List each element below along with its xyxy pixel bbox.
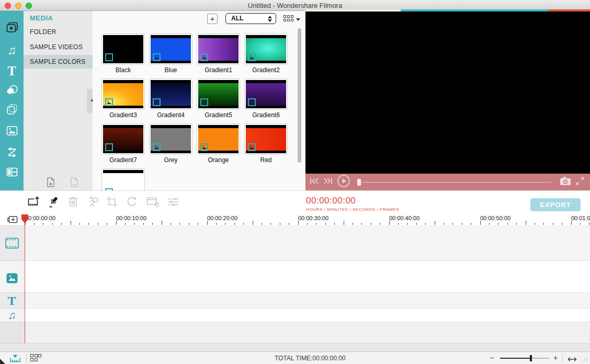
microphone-icon (47, 195, 61, 209)
music-note-icon: ♫ (7, 44, 16, 56)
thumbnail-label: Orange (197, 156, 240, 164)
sidebar-item-audio[interactable]: ♫ (0, 41, 24, 59)
snapshot-button[interactable] (560, 176, 571, 188)
thumbnail-label: Gradient4 (149, 111, 192, 119)
image-badge-icon (153, 143, 161, 151)
import-file-button[interactable] (45, 176, 58, 188)
media-thumbnail[interactable]: Gradient1 (197, 33, 240, 74)
pip-track[interactable] (0, 261, 590, 293)
add-track-icon (7, 215, 18, 224)
sidebar-item-split-screen[interactable] (0, 164, 24, 182)
record-voiceover-button[interactable] (47, 195, 61, 209)
main-sidebar: ♫ T (0, 11, 24, 190)
media-thumbnail[interactable]: Gradient4 (149, 78, 192, 119)
thumbnail-image (101, 78, 145, 110)
sidebar-item-split-toning[interactable] (0, 144, 24, 162)
export-button[interactable]: EXPORT (530, 198, 581, 211)
thumbnail-image (101, 33, 145, 65)
music-track-icon: ♫ (8, 309, 16, 322)
grid-view-icon (283, 15, 293, 21)
remove-file-button[interactable] (69, 176, 81, 188)
timeline-ruler[interactable]: 00:00:00:0000:00:10:0000:00:20:0000:00:3… (24, 214, 590, 225)
text-track-icon: T (7, 294, 16, 308)
sidebar-item-elements[interactable] (0, 101, 24, 119)
text-track-header[interactable]: T (0, 294, 24, 308)
adjust-button[interactable] (166, 195, 180, 209)
sidebar-item-media[interactable] (0, 20, 24, 38)
caret-down-icon (296, 18, 300, 21)
timeline-zoom-in-button[interactable]: + (553, 354, 558, 362)
skip-forward-icon (323, 177, 333, 185)
seek-slider[interactable] (357, 178, 550, 186)
edit-properties-button[interactable] (146, 195, 160, 209)
thumbnail-label: Blue (149, 66, 192, 74)
video-track-header[interactable] (0, 237, 24, 249)
media-thumbnail[interactable]: Gradient3 (101, 78, 145, 119)
thumbnail-image (244, 33, 288, 65)
media-thumbnail[interactable]: Black (101, 33, 145, 74)
add-track-button[interactable] (7, 215, 18, 226)
image-badge-icon (153, 98, 161, 106)
add-media-button[interactable]: + (207, 14, 218, 24)
fullscreen-button[interactable] (575, 176, 585, 188)
image-badge-icon (105, 98, 113, 106)
video-track[interactable] (0, 225, 590, 261)
split-button[interactable] (86, 195, 100, 209)
track-manager-button[interactable] (30, 354, 41, 361)
pip-track-header[interactable] (0, 272, 24, 284)
resize-grip[interactable] (582, 355, 588, 364)
sidebar-item-pip[interactable] (0, 123, 24, 141)
timecode-value: 00:00:00:00 (306, 196, 399, 206)
ruler-time-label: 00:00:00:00 (24, 215, 61, 221)
filter-dropdown[interactable]: ALL (225, 13, 276, 24)
thumbnail-image (197, 78, 240, 110)
nav-item-sample-videos[interactable]: SAMPLE VIDEOS (24, 40, 93, 54)
sidebar-item-text[interactable]: T (0, 62, 24, 79)
nav-item-sample-colors[interactable]: SAMPLE COLORS (24, 55, 93, 69)
thumbnail-label: Red (244, 156, 288, 164)
image-badge-icon (200, 98, 208, 106)
seek-handle[interactable] (357, 179, 361, 186)
play-button[interactable] (337, 174, 350, 190)
media-thumbnail[interactable]: Orange (197, 123, 240, 164)
thumbnail-label: Black (101, 66, 145, 74)
previous-frame-button[interactable] (310, 177, 319, 187)
view-mode-button[interactable] (283, 15, 300, 24)
nav-item-folder[interactable]: FOLDER (24, 25, 93, 39)
playhead-line[interactable] (25, 214, 26, 343)
play-icon (337, 174, 350, 188)
ruler-time-label: 00:00:30:00 (292, 215, 334, 221)
stepper-up-icon (268, 16, 272, 18)
text-track[interactable] (0, 293, 590, 309)
fit-to-window-button[interactable] (567, 355, 577, 364)
divider (562, 354, 563, 362)
media-library-icon (5, 21, 19, 37)
delete-button[interactable] (66, 195, 80, 209)
zoom-slider-handle[interactable] (530, 355, 532, 361)
rotate-button[interactable] (125, 195, 139, 209)
media-thumbnail[interactable]: Blue (149, 33, 192, 74)
media-thumbnail[interactable] (101, 168, 145, 190)
sidebar-item-transitions[interactable] (0, 82, 24, 100)
timeline-zoom-out-button[interactable]: − (490, 354, 494, 362)
media-thumbnail[interactable]: Grey (149, 123, 192, 164)
next-frame-button[interactable] (323, 177, 333, 187)
music-track[interactable] (0, 309, 590, 322)
zoom-to-fit-button[interactable] (9, 354, 21, 364)
thumbnail-label: Grey (149, 156, 192, 164)
media-thumbnail[interactable]: Gradient2 (244, 33, 288, 74)
crop-button[interactable] (105, 195, 119, 209)
ruler-time-label: 00:00:20:00 (201, 215, 243, 221)
ruler-time-label: 00:01:00:00 (565, 215, 590, 221)
add-to-timeline-button[interactable] (27, 195, 40, 209)
library-scrollbar[interactable] (298, 28, 301, 163)
timeline-zoom-slider[interactable] (500, 358, 549, 359)
media-thumbnail[interactable]: Red (244, 123, 288, 164)
media-thumbnail[interactable]: Gradient6 (244, 78, 288, 119)
music-track-header[interactable]: ♫ (0, 309, 24, 322)
split-screen-icon (5, 165, 19, 181)
media-thumbnail[interactable]: Gradient5 (197, 78, 240, 119)
thumbnail-image (149, 123, 192, 155)
filmora-window: Untitled - Wondershare Filmora ♫ T (0, 0, 590, 364)
media-thumbnail[interactable]: Gradient7 (101, 123, 145, 164)
